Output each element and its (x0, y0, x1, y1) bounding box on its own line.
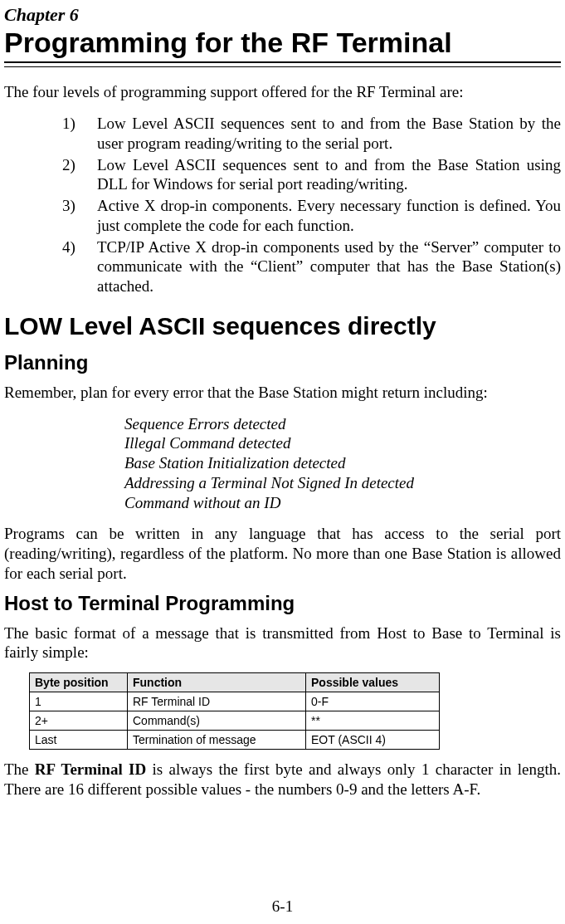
page-container: Chapter 6 Programming for the RF Termina… (0, 0, 565, 924)
table-cell: Command(s) (128, 711, 306, 731)
error-item: Base Station Initialization detected (124, 453, 561, 473)
rule-divider (4, 61, 561, 67)
table-row: 1 RF Terminal ID 0-F (30, 692, 440, 711)
intro-paragraph: The four levels of programming support o… (4, 82, 561, 102)
table-header-row: Byte position Function Possible values (30, 673, 440, 692)
table-cell: Termination of message (128, 731, 306, 750)
list-text: Low Level ASCII sequences sent to and fr… (97, 115, 561, 152)
list-item: 1) Low Level ASCII sequences sent to and… (62, 114, 561, 154)
table-header: Possible values (306, 673, 440, 692)
chapter-title: Programming for the RF Terminal (4, 27, 561, 58)
table-cell: 2+ (30, 711, 128, 731)
list-marker: 2) (62, 155, 75, 175)
closing-span: The (4, 760, 35, 778)
page-number: 6-1 (0, 897, 565, 916)
table-cell: Last (30, 731, 128, 750)
error-item: Illegal Command detected (124, 433, 561, 453)
list-item: 3) Active X drop-in components. Every ne… (62, 196, 561, 236)
table-cell: 0-F (306, 692, 440, 711)
error-item: Addressing a Terminal Not Signed In dete… (124, 473, 561, 493)
table-row: 2+ Command(s) ** (30, 711, 440, 731)
table-header: Function (128, 673, 306, 692)
table-cell: 1 (30, 692, 128, 711)
list-text: Low Level ASCII sequences sent to and fr… (97, 156, 561, 193)
section-heading-low-level: LOW Level ASCII sequences directly (4, 311, 561, 341)
planning-intro: Remember, plan for every error that the … (4, 383, 561, 403)
table-cell: EOT (ASCII 4) (306, 731, 440, 750)
list-text: TCP/IP Active X drop-in components used … (97, 238, 561, 296)
sub-heading-host: Host to Terminal Programming (4, 592, 561, 615)
list-text: Active X drop-in components. Every neces… (97, 197, 561, 234)
rf-terminal-id-bold: RF Terminal ID (35, 760, 146, 778)
host-intro: The basic format of a message that is tr… (4, 623, 561, 663)
programs-paragraph: Programs can be written in any language … (4, 524, 561, 583)
list-marker: 1) (62, 114, 75, 134)
table-header: Byte position (30, 673, 128, 692)
levels-list: 1) Low Level ASCII sequences sent to and… (4, 114, 561, 296)
error-item: Sequence Errors detected (124, 414, 561, 434)
table-cell: ** (306, 711, 440, 731)
table-cell: RF Terminal ID (128, 692, 306, 711)
closing-paragraph: The RF Terminal ID is always the first b… (4, 760, 561, 799)
list-marker: 3) (62, 196, 75, 216)
chapter-label: Chapter 6 (4, 4, 561, 26)
error-item: Command without an ID (124, 493, 561, 513)
message-format-table: Byte position Function Possible values 1… (29, 672, 440, 750)
sub-heading-planning: Planning (4, 351, 561, 374)
list-marker: 4) (62, 237, 75, 257)
table-row: Last Termination of message EOT (ASCII 4… (30, 731, 440, 750)
list-item: 4) TCP/IP Active X drop-in components us… (62, 237, 561, 296)
error-list: Sequence Errors detected Illegal Command… (124, 414, 561, 513)
list-item: 2) Low Level ASCII sequences sent to and… (62, 155, 561, 195)
